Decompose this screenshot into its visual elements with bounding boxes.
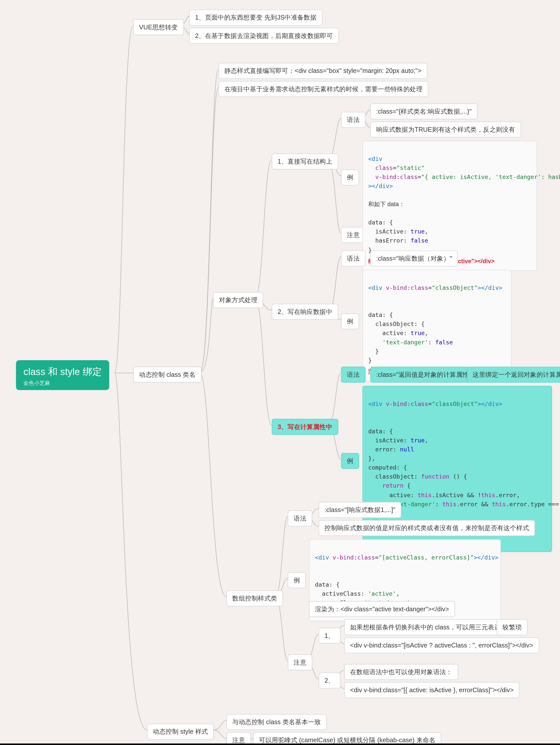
node-ds-note[interactable]: 注意 [227,732,251,745]
node-arr-s1[interactable]: :class="[响应式数据1,...]" [319,502,401,518]
node-react-syn[interactable]: 语法 [341,250,366,266]
node-arr-syn[interactable]: 语法 [288,511,312,526]
node-struct-s2[interactable]: 响应式数据为TRUE则有这个样式类，反之则没有 [370,121,521,137]
node-react-ex[interactable]: 例 [341,314,359,329]
node-array[interactable]: 数组控制样式类 [227,590,283,607]
node-dc-intro1[interactable]: 静态样式直接编写即可：<div class="box" style="margi… [219,63,427,79]
node-ds-same[interactable]: 与动态控制 class 类名基本一致 [227,714,327,730]
node-struct-note[interactable]: 注意 [341,227,366,243]
node-obj-method[interactable]: 对象方式处理 [213,292,263,308]
node-computed[interactable]: 3、写在计算属性中 [272,419,338,435]
node-comp-syn[interactable]: 语法 [341,367,366,383]
node-arr-n1t[interactable]: 如果想根据条件切换列表中的 class，可以用三元表达式： [344,619,520,635]
node-arr-render[interactable]: 渲染为：<div class="active text-danger"></di… [309,601,455,617]
node-struct-syntax[interactable]: 语法 [341,112,366,128]
node-struct[interactable]: 1、直接写在结构上 [272,154,338,170]
node-comp-syn-n[interactable]: 这里绑定一个返回对象的计算属性 [467,367,560,383]
node-vt-2[interactable]: 2、在基于数据去渲染视图，后期直接改数据即可 [189,28,339,44]
node-reactive[interactable]: 2、写在响应数据中 [272,304,338,320]
node-comp-syn-t[interactable]: :class="返回值是对象的计算属性" [370,367,477,383]
node-comp-ex[interactable]: 例 [341,453,359,469]
node-ds-note-t[interactable]: 可以用驼峰式 (camelCase) 或短横线分隔 (kebab-case) 来… [253,732,441,745]
node-arr-n1c[interactable]: <div v-bind:class="[isActive ? activeCla… [344,638,539,653]
cb1-intro: 和如下 data： [368,201,405,207]
root-author: 金色小芝麻 [23,379,102,387]
node-dyn-class[interactable]: 动态控制 class 类名 [133,367,201,383]
root-title: class 和 style 绑定 [23,365,102,378]
node-dyn-style[interactable]: 动态控制 style 样式 [147,724,214,740]
node-arr-s2[interactable]: 控制响应式数据的值是对应的样式类或者没有值，来控制是否有这个样式 [319,520,535,536]
node-dc-intro2[interactable]: 在项目中基于业务需求动态控制元素样式的时候，需要一些特殊的处理 [219,81,428,97]
node-arr-n2t[interactable]: 在数组语法中也可以使用对象语法： [344,664,458,680]
node-vue-thought[interactable]: VUE思想转变 [133,19,184,35]
node-arr-note[interactable]: 注意 [288,654,312,670]
node-arr-n1[interactable]: 1、 [319,627,340,644]
node-arr-n2c[interactable]: <div v-bind:class="[{ active: isActive }… [344,682,520,698]
bottom-border [0,744,560,745]
node-arr-n2[interactable]: 2、 [319,672,340,688]
node-react-syn-t[interactable]: :class="响应数据（对象）" [370,250,458,266]
root-node[interactable]: class 和 style 绑定 金色小芝麻 [16,360,109,390]
node-arr-n1b[interactable]: 较繁琐 [497,619,528,635]
node-arr-ex[interactable]: 例 [288,572,306,588]
node-struct-ex[interactable]: 例 [341,169,359,186]
codebox-reactive: <div v-bind:class="classObject"></div> d… [362,270,512,381]
node-vt-1[interactable]: 1、页面中的东西想要变 先到JS中准备数据 [189,9,323,26]
node-struct-s1[interactable]: :class="{样式类名:响应式数据,...}" [370,103,477,119]
